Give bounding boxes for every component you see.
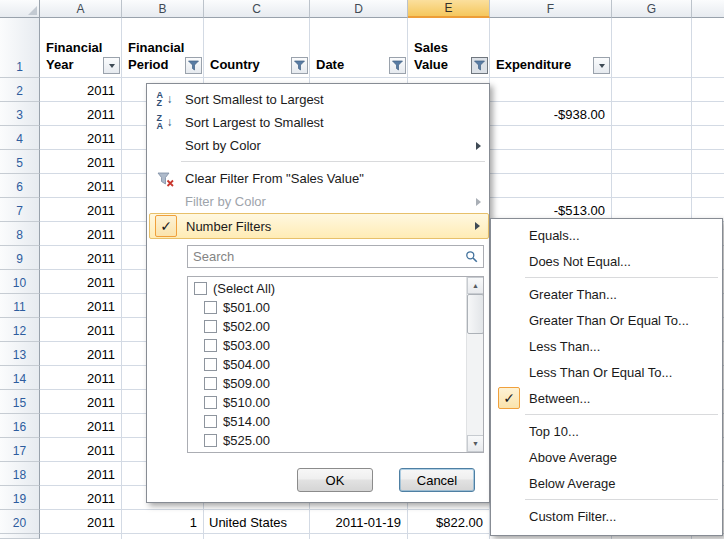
column-header-a[interactable]: A bbox=[40, 0, 122, 18]
list-item-select-all[interactable]: (Select All) bbox=[188, 279, 466, 298]
row-header-17[interactable]: 17 bbox=[0, 438, 40, 462]
row-header-16[interactable]: 16 bbox=[0, 414, 40, 438]
checkbox-icon[interactable] bbox=[204, 415, 217, 428]
cell-e1-sales-value[interactable]: Sales Value bbox=[408, 18, 490, 78]
checkbox-icon[interactable] bbox=[204, 396, 217, 409]
list-scrollbar[interactable]: ▲ ▼ bbox=[466, 277, 483, 452]
filter-button-year[interactable] bbox=[103, 57, 120, 74]
menu-item-filter-by-color[interactable]: Filter by Color bbox=[149, 190, 489, 213]
row-header-13[interactable]: 13 bbox=[0, 342, 40, 366]
column-header-d[interactable]: D bbox=[310, 0, 408, 18]
submenu-item-greater-than[interactable]: Greater Than... bbox=[493, 281, 722, 307]
row-header-1[interactable]: 1 bbox=[0, 18, 40, 78]
row-header-12[interactable]: 12 bbox=[0, 318, 40, 342]
checkbox-icon[interactable] bbox=[204, 377, 217, 390]
column-header-b[interactable]: B bbox=[122, 0, 204, 18]
submenu-item-below-average[interactable]: Below Average bbox=[493, 470, 722, 496]
submenu-item-equals[interactable]: Equals... bbox=[493, 222, 722, 248]
column-header-c[interactable]: C bbox=[204, 0, 310, 18]
list-item-value[interactable]: $525.00 bbox=[188, 431, 466, 450]
ok-button[interactable]: OK bbox=[297, 468, 373, 492]
filter-button-country[interactable] bbox=[291, 57, 308, 74]
list-item-value[interactable]: $504.00 bbox=[188, 355, 466, 374]
row-header-6[interactable]: 6 bbox=[0, 174, 40, 198]
cell-a4[interactable]: 2011 bbox=[40, 126, 122, 150]
submenu-item-greater-than-or-equal[interactable]: Greater Than Or Equal To... bbox=[493, 307, 722, 333]
submenu-item-top-10[interactable]: Top 10... bbox=[493, 418, 722, 444]
row-header-3[interactable]: 3 bbox=[0, 102, 40, 126]
menu-item-sort-by-color[interactable]: Sort by Color bbox=[149, 134, 489, 157]
column-header-e-selected[interactable]: E bbox=[408, 0, 490, 18]
row-header-partial[interactable] bbox=[0, 534, 40, 539]
scroll-down-button[interactable]: ▼ bbox=[467, 435, 484, 452]
submenu-item-above-average[interactable]: Above Average bbox=[493, 444, 722, 470]
row-header-2[interactable]: 2 bbox=[0, 78, 40, 102]
checkbox-icon[interactable] bbox=[194, 282, 207, 295]
cell-a17[interactable]: 2011 bbox=[40, 438, 122, 462]
select-all-corner[interactable] bbox=[0, 0, 40, 18]
submenu-item-less-than[interactable]: Less Than... bbox=[493, 333, 722, 359]
row-header-8[interactable]: 8 bbox=[0, 222, 40, 246]
cell-d20[interactable]: 2011-01-19 bbox=[310, 510, 408, 534]
checkbox-icon[interactable] bbox=[204, 358, 217, 371]
checkbox-icon[interactable] bbox=[204, 301, 217, 314]
menu-item-sort-largest-to-smallest[interactable]: ZA↓ Sort Largest to Smallest bbox=[149, 111, 489, 134]
row-header-10[interactable]: 10 bbox=[0, 270, 40, 294]
submenu-item-between[interactable]: ✓Between... bbox=[493, 385, 722, 411]
cell-a20[interactable]: 2011 bbox=[40, 510, 122, 534]
list-item-value[interactable]: $503.00 bbox=[188, 336, 466, 355]
filter-button-expenditure[interactable] bbox=[593, 57, 610, 74]
submenu-item-less-than-or-equal[interactable]: Less Than Or Equal To... bbox=[493, 359, 722, 385]
menu-item-sort-smallest-to-largest[interactable]: AZ↓ Sort Smallest to Largest bbox=[149, 88, 489, 111]
row-header-11[interactable]: 11 bbox=[0, 294, 40, 318]
search-icon[interactable] bbox=[461, 250, 483, 264]
cell-e20[interactable]: $822.00 bbox=[408, 510, 490, 534]
scroll-up-button[interactable]: ▲ bbox=[467, 277, 484, 294]
row-header-14[interactable]: 14 bbox=[0, 366, 40, 390]
scroll-thumb[interactable] bbox=[467, 294, 484, 334]
cell-d1-date[interactable]: Date bbox=[310, 18, 408, 78]
list-item-value[interactable]: $514.00 bbox=[188, 412, 466, 431]
menu-item-number-filters[interactable]: ✓ Number Filters bbox=[149, 213, 489, 239]
row-header-7[interactable]: 7 bbox=[0, 198, 40, 222]
menu-item-clear-filter[interactable]: Clear Filter From "Sales Value" bbox=[149, 167, 489, 190]
filter-button-period[interactable] bbox=[185, 57, 202, 74]
column-header-f[interactable]: F bbox=[490, 0, 612, 18]
cell-a11[interactable]: 2011 bbox=[40, 294, 122, 318]
cell-a6[interactable]: 2011 bbox=[40, 174, 122, 198]
cell-f3[interactable]: -$938.00 bbox=[490, 102, 612, 126]
list-item-value[interactable]: $501.00 bbox=[188, 298, 466, 317]
checkbox-icon[interactable] bbox=[204, 320, 217, 333]
cell-b20[interactable]: 1 bbox=[122, 510, 204, 534]
row-header-15[interactable]: 15 bbox=[0, 390, 40, 414]
checkbox-icon[interactable] bbox=[204, 339, 217, 352]
cell-a5[interactable]: 2011 bbox=[40, 150, 122, 174]
cell-a16[interactable]: 2011 bbox=[40, 414, 122, 438]
cancel-button[interactable]: Cancel bbox=[399, 468, 475, 492]
cell-a8[interactable]: 2011 bbox=[40, 222, 122, 246]
cell-c20[interactable]: United States bbox=[204, 510, 310, 534]
list-item-value[interactable]: $509.00 bbox=[188, 374, 466, 393]
cell-a9[interactable]: 2011 bbox=[40, 246, 122, 270]
row-header-4[interactable]: 4 bbox=[0, 126, 40, 150]
row-header-18[interactable]: 18 bbox=[0, 462, 40, 486]
row-header-9[interactable]: 9 bbox=[0, 246, 40, 270]
cell-a19[interactable]: 2011 bbox=[40, 486, 122, 510]
filter-button-date[interactable] bbox=[389, 57, 406, 74]
cell-a10[interactable]: 2011 bbox=[40, 270, 122, 294]
column-header-partial[interactable] bbox=[692, 0, 724, 18]
cell-a14[interactable]: 2011 bbox=[40, 366, 122, 390]
submenu-item-does-not-equal[interactable]: Does Not Equal... bbox=[493, 248, 722, 274]
cell-a2[interactable]: 2011 bbox=[40, 78, 122, 102]
filter-button-sales-value[interactable] bbox=[471, 57, 488, 74]
row-header-5[interactable]: 5 bbox=[0, 150, 40, 174]
list-item-value[interactable]: $502.00 bbox=[188, 317, 466, 336]
row-header-20[interactable]: 20 bbox=[0, 510, 40, 534]
cell-a12[interactable]: 2011 bbox=[40, 318, 122, 342]
search-input[interactable] bbox=[188, 249, 461, 264]
cell-a18[interactable]: 2011 bbox=[40, 462, 122, 486]
row-header-19[interactable]: 19 bbox=[0, 486, 40, 510]
cell-a3[interactable]: 2011 bbox=[40, 102, 122, 126]
cell-a13[interactable]: 2011 bbox=[40, 342, 122, 366]
cell-c1-country[interactable]: Country bbox=[204, 18, 310, 78]
